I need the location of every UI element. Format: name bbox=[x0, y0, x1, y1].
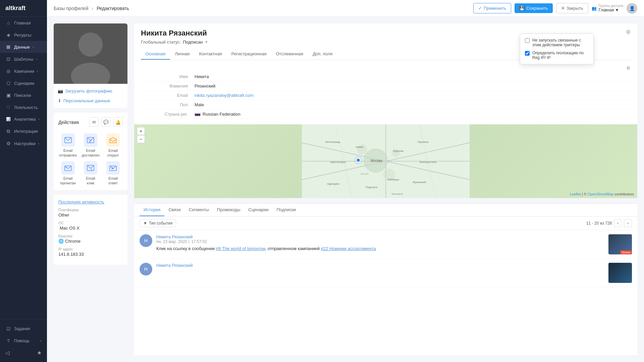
stars-icon[interactable]: ★ bbox=[37, 350, 42, 356]
sidebar-item-integrations[interactable]: ⧉ Интеграции bbox=[0, 125, 47, 137]
bell-action-icon[interactable]: 🔔 bbox=[113, 117, 123, 127]
fields-gear-icon[interactable]: ⚙ bbox=[626, 65, 631, 71]
next-page-button[interactable]: › bbox=[624, 219, 632, 227]
email-sent-icon bbox=[61, 133, 75, 147]
email-delivered-icon bbox=[84, 133, 97, 147]
close-button[interactable]: ✕ Закрыть bbox=[556, 3, 588, 13]
sidebar-item-label: Интеграции bbox=[14, 129, 38, 134]
platform-label: Платформа bbox=[58, 208, 123, 212]
popup-checkbox-2[interactable] bbox=[525, 51, 530, 56]
action-email-delivered[interactable]: Emailдоставлен bbox=[81, 133, 100, 158]
user-avatar[interactable]: 👤 bbox=[627, 3, 637, 14]
collapse-icon[interactable]: ◁ bbox=[5, 350, 9, 356]
sidebar-item-campaigns[interactable]: ◎ Кампании › bbox=[0, 65, 47, 77]
prev-page-button[interactable]: ‹ bbox=[614, 219, 622, 227]
upload-photo-button[interactable]: 📷 Загрузить фотографию bbox=[54, 86, 127, 96]
actions-grid: Emailотправлен Emailдоставлен bbox=[58, 133, 123, 185]
data-icon: ⊞ bbox=[5, 44, 11, 50]
breadcrumb-base[interactable]: Базы профилей bbox=[54, 6, 88, 11]
history-item-2: Н Никита Рязанский bbox=[134, 259, 637, 287]
sidebar-item-resources[interactable]: ◈ Ресурсы bbox=[0, 29, 47, 41]
email-link[interactable]: nikita.ryazanskiy@altkraft.com bbox=[195, 93, 254, 98]
sidebar-item-scenarios[interactable]: ⬡ Сценарии bbox=[0, 77, 47, 89]
sidebar-item-templates[interactable]: ⊡ Шаблоны › bbox=[0, 53, 47, 65]
tab-basic[interactable]: Основная bbox=[141, 49, 170, 60]
field-gender: Пол Male bbox=[141, 100, 631, 110]
save-icon: 💾 bbox=[519, 6, 525, 11]
field-surname-value: Рязанский bbox=[195, 83, 215, 88]
dropdown-chevron-icon[interactable]: ▼ bbox=[615, 8, 619, 12]
sidebar-item-label: Пиксели bbox=[14, 93, 31, 98]
campaigns-icon: ◎ bbox=[5, 68, 11, 74]
help-icon: ? bbox=[5, 338, 11, 344]
sidebar-item-loyalty[interactable]: ♡ Лояльность bbox=[0, 101, 47, 113]
email-click-label: Emailклик bbox=[86, 176, 95, 186]
popup-checkbox-1[interactable] bbox=[525, 38, 530, 43]
external-link-icon: ↗ bbox=[39, 339, 42, 343]
tab-extra[interactable]: Доп. поля bbox=[308, 49, 337, 60]
sidebar-item-settings[interactable]: ⚙ Настройки › bbox=[0, 137, 47, 149]
action-email-read[interactable]: Emailпрочитан bbox=[58, 161, 77, 186]
popup-item-2-label: Определить геолокацию по Reg IP/ IP bbox=[532, 51, 589, 60]
tab-registration[interactable]: Регистрационная bbox=[227, 49, 271, 60]
zoom-in-button[interactable]: + bbox=[137, 127, 145, 135]
sidebar-item-help[interactable]: ? Помощь ↗ bbox=[0, 335, 47, 347]
map-zoom-controls: + − bbox=[137, 127, 145, 143]
email-opened-label: Emailоткрыт bbox=[107, 148, 119, 158]
action-email-opened[interactable]: Emailоткрыт bbox=[104, 133, 123, 158]
email-sent-label: Emailотправлен bbox=[59, 148, 77, 158]
history-name-2[interactable]: Никита Рязанский bbox=[156, 263, 604, 268]
sidebar-item-home[interactable]: ⌂ Главная bbox=[0, 17, 47, 29]
history-tab-history[interactable]: История bbox=[140, 204, 164, 216]
save-button[interactable]: 💾 Сохранить bbox=[515, 3, 553, 13]
history-tabs: История Связи Сегменты Промокоды Сценари… bbox=[134, 204, 637, 217]
svg-text:Электросталь: Электросталь bbox=[419, 161, 437, 164]
field-name-value: Никита bbox=[195, 74, 209, 79]
action-email-click[interactable]: Emailклик bbox=[81, 161, 100, 186]
field-email: Email nikita.ryazanskiy@altkraft.com bbox=[141, 91, 631, 100]
apply-button[interactable]: ✓ Применить bbox=[473, 3, 511, 13]
close-icon: ✕ bbox=[561, 6, 565, 11]
status-dropdown-icon[interactable]: ▼ bbox=[205, 40, 208, 44]
sidebar-item-pixels[interactable]: ▣ Пиксели bbox=[0, 89, 47, 101]
history-tab-scenarios[interactable]: Сценарии bbox=[245, 204, 273, 216]
templates-icon: ⊡ bbox=[5, 56, 11, 62]
field-country-label: Страна рег. bbox=[141, 112, 188, 117]
history-date-1: пн, 23 мар. 2020 г. 17:57:02 bbox=[156, 239, 604, 244]
header: Базы профилей › Редактировать ✓ Применит… bbox=[47, 0, 644, 17]
field-country-value: Russian Federation bbox=[195, 112, 240, 117]
email-delivered-label: Emailдоставлен bbox=[82, 148, 99, 158]
history-avatar-1: Н bbox=[140, 234, 152, 247]
history-name-1[interactable]: Никита Рязанский bbox=[156, 234, 604, 239]
action-email-reply[interactable]: Emailответ bbox=[104, 161, 123, 186]
tab-personal[interactable]: Личная bbox=[170, 49, 194, 60]
history-badge: Прямо bbox=[620, 250, 632, 254]
chevron-icon: › bbox=[38, 142, 39, 145]
sidebar-bottom: ☑ Задания ? Помощь ↗ ◁ ★ bbox=[0, 319, 47, 362]
tab-contact[interactable]: Контактная bbox=[194, 49, 226, 60]
history-tab-promo[interactable]: Промокоды bbox=[213, 204, 245, 216]
last-activity-title[interactable]: Последняя активность bbox=[58, 199, 123, 204]
map-background: Москва Химки Королёв Зеленоград Пушкино … bbox=[134, 124, 637, 198]
email-action-icon[interactable]: ✉ bbox=[89, 117, 99, 127]
breadcrumb-separator: › bbox=[92, 6, 93, 11]
chevron-icon: › bbox=[36, 57, 37, 61]
chat-action-icon[interactable]: 💬 bbox=[101, 117, 111, 127]
personal-data-button[interactable]: ⬇ Персональные данные bbox=[54, 96, 127, 105]
email-opened-icon bbox=[106, 133, 120, 147]
sidebar-item-analytics[interactable]: 📊 Аналитика › bbox=[0, 113, 47, 125]
tab-tracked[interactable]: Отслеженная bbox=[271, 49, 308, 60]
history-tab-subscriptions[interactable]: Подписки bbox=[273, 204, 300, 216]
action-email-sent[interactable]: Emailотправлен bbox=[58, 133, 77, 158]
avatar-icon: 👤 bbox=[629, 6, 635, 11]
history-tab-links[interactable]: Связи bbox=[164, 204, 184, 216]
profile-status: Глобальный статус: Подписан ▼ bbox=[141, 40, 208, 45]
gear-icon[interactable]: ⚙ bbox=[626, 29, 631, 35]
sidebar-item-tasks[interactable]: ☑ Задания bbox=[0, 323, 47, 335]
sidebar-nav: ⌂ Главная ◈ Ресурсы ⊞ Данные › ⊡ Шаблоны… bbox=[0, 17, 47, 319]
zoom-out-button[interactable]: − bbox=[137, 135, 145, 143]
history-tab-segments[interactable]: Сегменты bbox=[185, 204, 213, 216]
event-filter-button[interactable]: ▼ Тип события bbox=[140, 219, 176, 227]
sidebar-item-data[interactable]: ⊞ Данные › bbox=[0, 41, 47, 53]
pagination-info: 11 - 20 из 728 bbox=[586, 221, 612, 226]
